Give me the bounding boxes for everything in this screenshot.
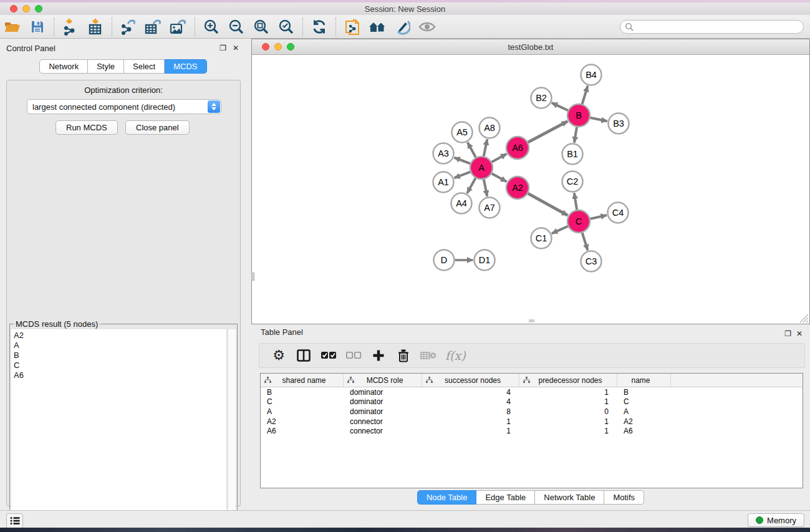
zoom-selected-button[interactable] (274, 16, 299, 37)
cell[interactable]: 1 (519, 397, 617, 406)
node-A3[interactable]: A3 (433, 143, 454, 164)
table-row-B[interactable]: Bdominator41B (261, 387, 803, 397)
node-A4[interactable]: A4 (451, 193, 472, 214)
cell[interactable]: C (617, 397, 671, 406)
edge-A-A4[interactable] (467, 178, 476, 193)
cell[interactable]: 1 (422, 427, 519, 435)
open-session-button[interactable] (0, 16, 25, 37)
table-row-C[interactable]: Cdominator41C (261, 397, 803, 407)
cell[interactable]: 8 (422, 407, 519, 416)
edge-A2-C[interactable] (528, 193, 568, 215)
cell[interactable]: 1 (519, 417, 617, 426)
table-panel-float-icon[interactable]: ❐ (784, 329, 791, 338)
edge-A-A5[interactable] (468, 142, 476, 157)
control-panel-close-icon[interactable]: ✕ (233, 44, 239, 52)
tab-select[interactable]: Select (124, 59, 165, 74)
tab-node-table[interactable]: Node Table (417, 490, 477, 505)
zoom-out-button[interactable] (224, 16, 249, 37)
node-B1[interactable]: B1 (562, 144, 583, 165)
cell[interactable]: B (261, 388, 344, 397)
cell[interactable]: 0 (519, 407, 617, 416)
node-A1[interactable]: A1 (433, 172, 454, 193)
table-row-A2[interactable]: A2connector11A2 (261, 417, 803, 427)
apply-layout-button[interactable] (307, 16, 332, 37)
edge-A-A7[interactable] (484, 180, 488, 196)
mcds-result-item[interactable]: C (14, 360, 224, 370)
edge-C-C3[interactable] (582, 233, 588, 250)
node-C[interactable]: C (567, 210, 590, 233)
edge-A-A3[interactable] (454, 158, 470, 164)
tab-style[interactable]: Style (88, 59, 124, 74)
cell[interactable]: A (261, 407, 344, 416)
tab-edge-table[interactable]: Edge Table (476, 490, 535, 505)
table-row-A6[interactable]: A6connector11A6 (261, 426, 803, 436)
select-all-columns-icon[interactable] (321, 347, 337, 364)
cell[interactable]: A6 (617, 427, 671, 435)
node-A8[interactable]: A8 (480, 118, 500, 138)
criterion-dropdown[interactable]: largest connected component (directed) (27, 99, 221, 114)
node-D1[interactable]: D1 (475, 250, 495, 271)
edge-A-A6[interactable] (492, 154, 507, 162)
cell[interactable]: dominator (344, 397, 422, 406)
export-table-button[interactable] (141, 16, 166, 37)
node-C1[interactable]: C1 (531, 228, 552, 249)
hide-graphics-details-button[interactable] (390, 16, 415, 37)
split-panel-icon[interactable] (296, 347, 312, 364)
table-options-gear-icon[interactable]: ⚙ (271, 347, 287, 364)
edge-A-A2[interactable] (492, 173, 507, 181)
node-A2[interactable]: A2 (506, 177, 529, 199)
import-table-button[interactable] (83, 16, 108, 37)
zoom-in-button[interactable] (199, 16, 224, 37)
cell[interactable]: 4 (422, 388, 519, 397)
cell[interactable]: connector (344, 427, 422, 435)
node-B4[interactable]: B4 (581, 65, 602, 85)
tab-network[interactable]: Network (39, 59, 88, 74)
cell[interactable]: 1 (422, 417, 519, 426)
resize-grip-icon[interactable] (798, 312, 809, 323)
search-input[interactable] (620, 20, 804, 34)
cell[interactable]: 1 (519, 388, 617, 397)
mcds-result-item[interactable]: A2 (14, 331, 224, 341)
show-graphics-details-button[interactable] (415, 16, 440, 37)
cell[interactable]: A2 (617, 417, 671, 426)
edge-A6-B[interactable] (528, 121, 568, 142)
node-B[interactable]: B (567, 104, 590, 127)
tab-motifs[interactable]: Motifs (604, 490, 644, 505)
node-A6[interactable]: A6 (506, 137, 529, 159)
export-network-button[interactable] (116, 16, 141, 37)
first-neighbors-button[interactable] (365, 16, 390, 37)
edge-B-B4[interactable] (582, 86, 588, 104)
close-panel-button[interactable]: Close panel (125, 120, 190, 135)
memory-button[interactable]: Memory (748, 513, 804, 527)
cell[interactable]: dominator (344, 388, 422, 397)
zoom-fit-button[interactable] (249, 16, 274, 37)
network-bottom-scrollbar-thumb[interactable] (529, 319, 534, 322)
edge-B-B2[interactable] (552, 103, 568, 110)
edge-B-B3[interactable] (591, 118, 607, 122)
cell[interactable]: A2 (261, 417, 344, 426)
new-network-from-file-button[interactable] (340, 16, 365, 37)
node-A[interactable]: A (470, 157, 493, 179)
table-panel-close-icon[interactable]: ✕ (796, 329, 803, 338)
network-left-scrollbar-thumb[interactable] (251, 273, 254, 281)
cell[interactable]: A (617, 407, 671, 416)
mcds-result-item[interactable]: B (14, 351, 224, 360)
node-A7[interactable]: A7 (480, 198, 500, 218)
table-row-A[interactable]: Adominator80A (261, 407, 803, 417)
control-panel-float-icon[interactable]: ❐ (219, 44, 226, 52)
delete-columns-icon[interactable] (395, 347, 412, 364)
mcds-result-item[interactable]: A (14, 341, 224, 351)
tab-mcds[interactable]: MCDS (165, 59, 206, 74)
export-image-button[interactable] (166, 16, 191, 37)
edge-B-B1[interactable] (574, 127, 577, 143)
edge-C-C4[interactable] (591, 215, 607, 219)
column-header-successor-nodes[interactable]: successor nodes (422, 374, 519, 387)
cell[interactable]: 1 (519, 427, 617, 435)
run-mcds-button[interactable]: Run MCDS (55, 120, 118, 135)
column-header-predecessor-nodes[interactable]: predecessor nodes (519, 374, 617, 387)
cell[interactable]: 4 (422, 397, 519, 406)
cell[interactable]: connector (344, 417, 422, 426)
cell[interactable]: C (261, 397, 344, 406)
node-B2[interactable]: B2 (531, 88, 552, 109)
node-C2[interactable]: C2 (562, 172, 583, 192)
